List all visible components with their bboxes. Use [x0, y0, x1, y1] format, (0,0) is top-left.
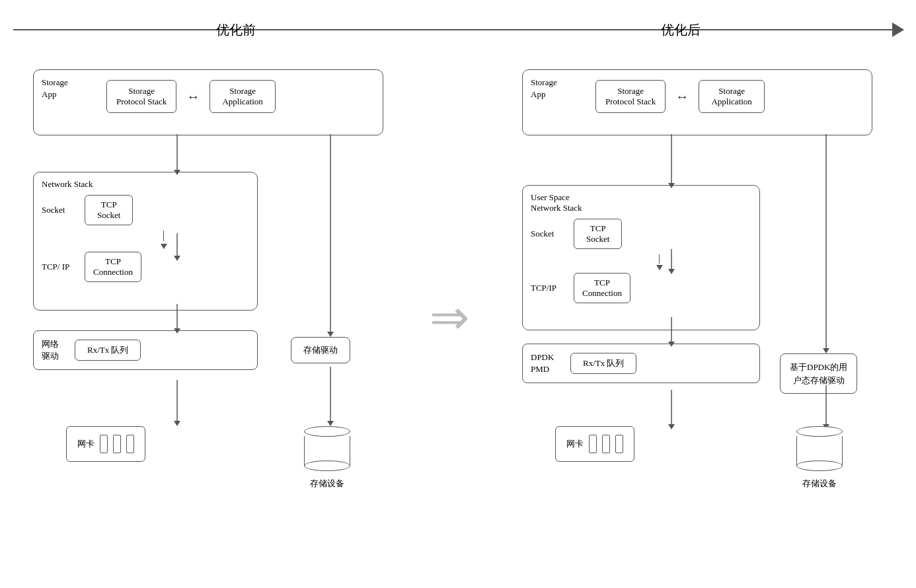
left-storage-driver-box: 存储驱动	[291, 337, 350, 363]
left-storage-device-label: 存储设备	[310, 478, 344, 490]
diagram-area: Storage App Storage Protocol Stack ↔ Sto…	[13, 56, 903, 588]
right-storage-device-label: 存储设备	[802, 478, 837, 490]
left-tcp-connection-box: TCP Connection	[85, 252, 141, 282]
svg-marker-19	[668, 424, 675, 429]
right-user-space-label: User Space	[531, 192, 751, 203]
right-double-arrow: ↔	[675, 89, 689, 104]
right-storage-app-box: Storage App Storage Protocol Stack ↔ Sto…	[522, 69, 872, 135]
right-tcp-socket-box: TCP Socket	[574, 219, 622, 249]
top-banner: 优化前 优化后	[13, 13, 903, 46]
svg-marker-11	[327, 421, 334, 426]
right-network-stack-label: Network Stack	[531, 203, 751, 213]
svg-marker-7	[174, 421, 180, 426]
center-right-arrow: ⇒	[430, 294, 469, 342]
left-storage-application-box: Storage Application	[210, 80, 276, 113]
right-tcp-connection-box: TCP Connection	[574, 273, 630, 303]
left-protocol-stack-box: Storage Protocol Stack	[106, 80, 176, 113]
left-network-stack-box: Network Stack Socket TCP Socket TCP/ IP …	[33, 172, 258, 311]
left-rxtx-box: Rx/Tx 队列	[75, 340, 141, 361]
right-dpdk-label: DPDK PMD	[531, 351, 564, 375]
left-nic-label: 网卡	[77, 438, 95, 450]
left-storage-device: 存储设备	[304, 426, 350, 490]
left-tcp-socket-box: TCP Socket	[85, 195, 133, 225]
right-storage-device: 存储设备	[796, 426, 843, 490]
svg-marker-9	[327, 332, 334, 337]
right-storage-application-box: Storage Application	[699, 80, 765, 113]
right-protocol-stack-box: Storage Protocol Stack	[595, 80, 666, 113]
right-nic-label: 网卡	[566, 438, 584, 450]
left-socket-label: Socket	[42, 205, 78, 215]
right-nic-box: 网卡	[555, 426, 634, 462]
right-tcpip-label: TCP/IP	[531, 283, 567, 293]
left-storage-app-label: Storage App	[42, 77, 68, 100]
left-driver-layer: 网络 驱动 Rx/Tx 队列	[33, 330, 258, 370]
left-tcpip-label: TCP/ IP	[42, 262, 78, 272]
left-storage-app-box: Storage App Storage Protocol Stack ↔ Sto…	[33, 69, 383, 135]
right-dpdk-layer: DPDK PMD Rx/Tx 队列	[522, 344, 760, 383]
main-container: 优化前 优化后	[0, 0, 916, 588]
right-socket-label: Socket	[531, 229, 567, 239]
right-storage-app-label: Storage App	[531, 77, 557, 100]
left-double-arrow: ↔	[186, 89, 200, 104]
svg-marker-21	[823, 348, 829, 353]
left-nic-box: 网卡	[66, 426, 145, 462]
right-network-stack-box: User Space Network Stack Socket TCP Sock…	[522, 185, 760, 330]
right-rxtx-box: Rx/Tx 队列	[570, 353, 636, 374]
right-storage-driver-box: 基于DPDK的用 户态存储驱动	[780, 353, 857, 394]
before-label: 优化前	[13, 21, 458, 39]
left-network-stack-label: Network Stack	[42, 179, 249, 190]
left-driver-label: 网络 驱动	[42, 338, 68, 362]
after-label: 优化后	[458, 21, 903, 39]
